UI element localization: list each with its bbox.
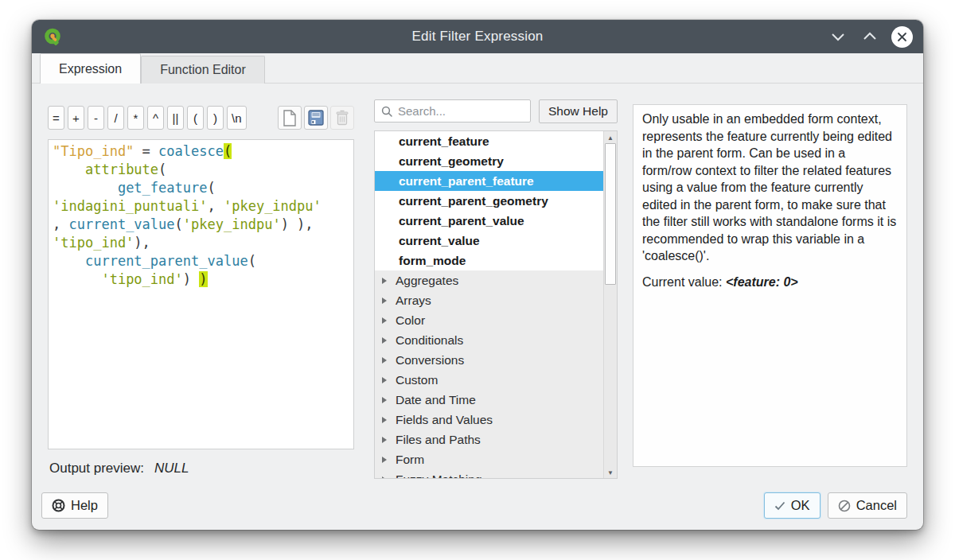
function-item-current-geometry[interactable]: current_geometry — [375, 151, 603, 171]
close-button[interactable] — [891, 26, 913, 48]
help-button[interactable]: Help — [41, 492, 108, 519]
tab-expression[interactable]: Expression — [40, 53, 141, 84]
output-preview-value: NULL — [154, 461, 189, 476]
search-icon — [381, 106, 392, 117]
cancel-button[interactable]: Cancel — [828, 492, 907, 519]
group-item-color[interactable]: Color — [375, 310, 603, 330]
operator-buttons: =+-/*^||()\n — [48, 106, 250, 130]
expand-triangle-icon[interactable] — [382, 298, 387, 304]
expand-triangle-icon[interactable] — [382, 337, 387, 344]
tab-function-editor[interactable]: Function Editor — [141, 56, 265, 84]
expression-line: current_parent_value( — [53, 252, 349, 270]
expression-token: = — [134, 143, 158, 159]
group-item-conversions[interactable]: Conversions — [375, 350, 603, 370]
operator-button-0[interactable]: = — [48, 106, 64, 130]
group-item-fields-and-values[interactable]: Fields and Values — [375, 410, 603, 430]
group-label: Color — [396, 313, 425, 328]
chevron-up-icon — [863, 32, 877, 41]
expand-triangle-icon[interactable] — [382, 357, 387, 364]
expression-token — [53, 161, 85, 177]
expression-line: 'tipo_ind'), — [53, 234, 349, 252]
cancel-button-label: Cancel — [856, 498, 897, 513]
group-item-aggregates[interactable]: Aggregates — [375, 270, 603, 290]
new-expression-button[interactable] — [278, 106, 302, 130]
function-item-current-parent-geometry[interactable]: current_parent_geometry — [375, 191, 603, 211]
group-item-fuzzy-matching[interactable]: Fuzzy Matching — [375, 469, 603, 478]
expression-tab-content: =+-/*^||()\n — [32, 84, 923, 484]
scroll-down-icon[interactable]: ▼ — [604, 467, 617, 478]
operator-button-5[interactable]: ^ — [147, 106, 164, 130]
function-item-current-parent-value[interactable]: current_parent_value — [375, 211, 603, 231]
operator-button-9[interactable]: \n — [227, 106, 247, 130]
group-label: Conditionals — [396, 333, 463, 348]
titlebar[interactable]: Edit Filter Expression — [32, 20, 923, 53]
expression-token: coalesce — [158, 143, 224, 159]
maximize-button[interactable] — [860, 26, 880, 47]
operator-button-7[interactable]: ( — [187, 106, 204, 130]
blank-page-icon — [283, 110, 297, 126]
group-item-conditionals[interactable]: Conditionals — [375, 330, 603, 350]
expression-token: 'pkey_indpu' — [224, 198, 322, 214]
expression-token — [53, 180, 118, 196]
group-item-form[interactable]: Form — [375, 449, 603, 469]
show-help-button[interactable]: Show Help — [539, 99, 618, 123]
expression-token: ) ), — [281, 216, 314, 232]
operator-button-1[interactable]: + — [68, 106, 84, 130]
scrollbar-thumb[interactable] — [605, 143, 616, 285]
search-box[interactable] — [374, 99, 531, 122]
floppy-disk-icon — [308, 110, 324, 126]
expand-triangle-icon[interactable] — [382, 417, 387, 423]
help-button-label: Help — [71, 498, 98, 513]
expression-line: "Tipo_ind" = coalesce( — [53, 142, 349, 161]
output-preview-label: Output preview: — [49, 461, 144, 476]
scroll-up-icon[interactable]: ▲ — [604, 132, 617, 143]
function-item-current-value[interactable]: current_value — [375, 231, 603, 251]
group-item-arrays[interactable]: Arrays — [375, 290, 603, 310]
ok-button[interactable]: OK — [764, 492, 821, 519]
expression-code-editor[interactable]: "Tipo_ind" = coalesce( attribute( get_fe… — [48, 139, 354, 449]
expand-triangle-icon[interactable] — [382, 397, 387, 403]
function-item-form-mode[interactable]: form_mode — [375, 251, 603, 270]
search-input[interactable] — [398, 104, 524, 118]
expression-token — [53, 253, 85, 269]
operator-button-6[interactable]: || — [167, 106, 184, 130]
current-value-label: Current value: — [642, 275, 723, 289]
group-label: Conversions — [396, 353, 464, 368]
lifebuoy-icon — [52, 499, 65, 512]
expand-triangle-icon[interactable] — [382, 437, 387, 443]
group-label: Form — [396, 453, 424, 467]
expand-triangle-icon[interactable] — [382, 317, 387, 324]
function-item-current-parent-feature[interactable]: current_parent_feature — [375, 171, 603, 191]
operator-button-8[interactable]: ) — [207, 106, 224, 130]
trash-icon — [335, 110, 349, 126]
operator-button-2[interactable]: - — [88, 106, 104, 130]
expand-triangle-icon[interactable] — [382, 377, 387, 383]
help-column: Only usable in an embedded form context,… — [633, 84, 907, 484]
expression-token: ) — [199, 271, 207, 287]
operator-button-3[interactable]: / — [107, 106, 124, 130]
window-title: Edit Filter Expression — [32, 29, 923, 45]
delete-expression-button — [330, 106, 354, 130]
group-item-files-and-paths[interactable]: Files and Paths — [375, 430, 603, 449]
group-label: Aggregates — [396, 274, 458, 288]
function-tree-scrollbar[interactable]: ▲ ▼ — [603, 131, 617, 478]
expression-token: ( — [248, 253, 256, 269]
operator-button-4[interactable]: * — [127, 106, 144, 130]
group-item-custom[interactable]: Custom — [375, 370, 603, 390]
current-value: <feature: 0> — [726, 275, 798, 289]
function-item-current-feature[interactable]: current_feature — [375, 131, 603, 151]
expand-triangle-icon[interactable] — [382, 278, 387, 284]
expand-triangle-icon[interactable] — [382, 457, 387, 463]
cancel-icon — [838, 500, 851, 512]
ok-button-label: OK — [791, 498, 810, 513]
function-tree: current_featurecurrent_geometrycurrent_p… — [374, 130, 618, 479]
expand-triangle-icon[interactable] — [382, 476, 387, 479]
group-label: Arrays — [396, 294, 431, 308]
shade-button[interactable] — [828, 26, 848, 47]
save-expression-button[interactable] — [304, 106, 328, 130]
expression-token: get_feature — [118, 180, 208, 196]
group-item-date-and-time[interactable]: Date and Time — [375, 390, 603, 410]
expression-line: get_feature( — [53, 179, 349, 197]
group-label: Date and Time — [396, 393, 476, 407]
expression-token: , — [53, 216, 68, 232]
